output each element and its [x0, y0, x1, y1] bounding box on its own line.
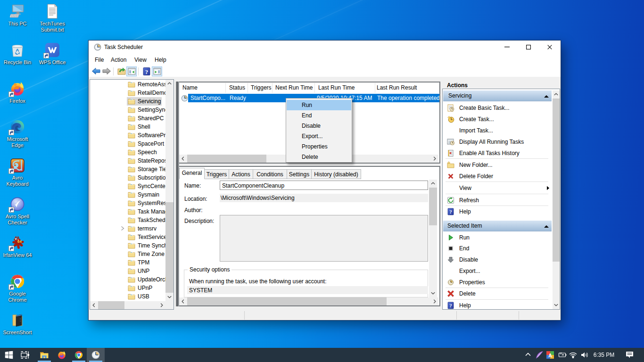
- svg-text:?: ?: [449, 303, 452, 308]
- svg-text:64: 64: [17, 239, 22, 244]
- svg-text:?: ?: [449, 209, 452, 214]
- svg-text:A: A: [548, 353, 552, 358]
- svg-text:?: ?: [145, 68, 149, 75]
